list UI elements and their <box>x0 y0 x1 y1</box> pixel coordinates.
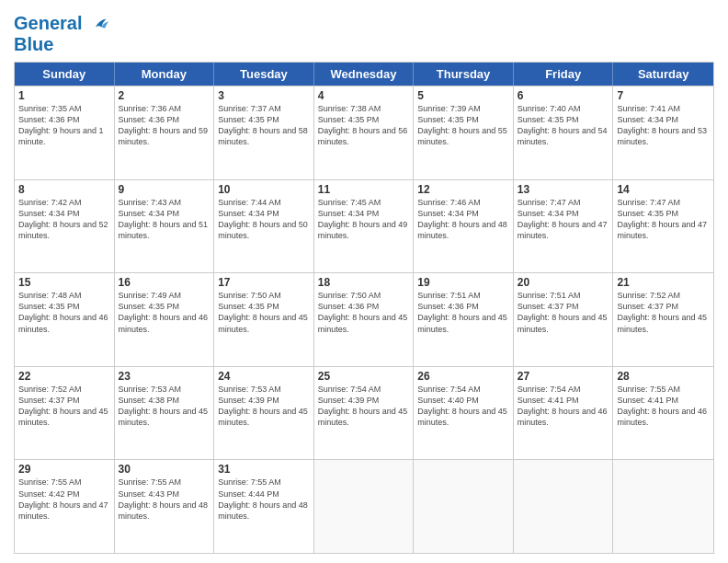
day-number: 25 <box>318 370 410 383</box>
calendar-cell-24: 24 Sunrise: 7:53 AMSunset: 4:39 PMDaylig… <box>214 367 314 460</box>
day-number: 20 <box>518 276 609 289</box>
calendar-cell-23: 23 Sunrise: 7:53 AMSunset: 4:38 PMDaylig… <box>115 367 215 460</box>
cell-info: Sunrise: 7:40 AMSunset: 4:35 PMDaylight:… <box>518 103 609 148</box>
cell-info: Sunrise: 7:54 AMSunset: 4:40 PMDaylight:… <box>417 384 509 429</box>
weekday-header-tuesday: Tuesday <box>214 63 314 86</box>
cell-info: Sunrise: 7:39 AMSunset: 4:35 PMDaylight:… <box>417 103 509 148</box>
day-number: 6 <box>518 89 609 102</box>
cell-info: Sunrise: 7:51 AMSunset: 4:36 PMDaylight:… <box>417 290 509 335</box>
day-number: 29 <box>18 463 110 476</box>
calendar-cell-10: 10 Sunrise: 7:44 AMSunset: 4:34 PMDaylig… <box>214 180 314 273</box>
calendar-cell-17: 17 Sunrise: 7:50 AMSunset: 4:35 PMDaylig… <box>214 273 314 366</box>
day-number: 16 <box>119 276 210 289</box>
cell-info: Sunrise: 7:52 AMSunset: 4:37 PMDaylight:… <box>617 290 710 335</box>
day-number: 27 <box>518 370 609 383</box>
day-number: 24 <box>218 370 310 383</box>
logo-text: General <box>14 13 111 34</box>
calendar-cell-13: 13 Sunrise: 7:47 AMSunset: 4:34 PMDaylig… <box>514 180 614 273</box>
calendar: SundayMondayTuesdayWednesdayThursdayFrid… <box>14 62 714 554</box>
calendar-cell-30: 30 Sunrise: 7:55 AMSunset: 4:43 PMDaylig… <box>115 460 215 553</box>
cell-info: Sunrise: 7:55 AMSunset: 4:42 PMDaylight:… <box>18 477 110 522</box>
calendar-cell-1: 1 Sunrise: 7:35 AMSunset: 4:36 PMDayligh… <box>15 86 115 179</box>
cell-info: Sunrise: 7:55 AMSunset: 4:41 PMDaylight:… <box>617 384 710 429</box>
cell-info: Sunrise: 7:47 AMSunset: 4:35 PMDaylight:… <box>617 197 710 242</box>
logo-blue: Blue <box>14 34 111 54</box>
day-number: 8 <box>18 183 110 196</box>
day-number: 22 <box>18 370 110 383</box>
calendar-cell-empty <box>414 460 514 553</box>
calendar-cell-5: 5 Sunrise: 7:39 AMSunset: 4:35 PMDayligh… <box>414 86 514 179</box>
calendar-cell-empty <box>314 460 415 553</box>
logo: General Blue <box>14 13 111 54</box>
calendar-header: SundayMondayTuesdayWednesdayThursdayFrid… <box>15 63 713 86</box>
day-number: 12 <box>417 183 509 196</box>
day-number: 3 <box>218 89 310 102</box>
day-number: 1 <box>18 89 110 102</box>
cell-info: Sunrise: 7:50 AMSunset: 4:35 PMDaylight:… <box>218 290 310 335</box>
day-number: 11 <box>318 183 410 196</box>
calendar-cell-7: 7 Sunrise: 7:41 AMSunset: 4:34 PMDayligh… <box>613 86 713 179</box>
calendar-cell-28: 28 Sunrise: 7:55 AMSunset: 4:41 PMDaylig… <box>613 367 713 460</box>
weekday-header-monday: Monday <box>115 63 215 86</box>
calendar-cell-20: 20 Sunrise: 7:51 AMSunset: 4:37 PMDaylig… <box>514 273 614 366</box>
calendar-cell-18: 18 Sunrise: 7:50 AMSunset: 4:36 PMDaylig… <box>314 273 415 366</box>
cell-info: Sunrise: 7:45 AMSunset: 4:34 PMDaylight:… <box>318 197 410 242</box>
weekday-header-saturday: Saturday <box>613 63 713 86</box>
calendar-cell-3: 3 Sunrise: 7:37 AMSunset: 4:35 PMDayligh… <box>214 86 314 179</box>
calendar-cell-4: 4 Sunrise: 7:38 AMSunset: 4:35 PMDayligh… <box>314 86 415 179</box>
cell-info: Sunrise: 7:37 AMSunset: 4:35 PMDaylight:… <box>218 103 310 148</box>
calendar-cell-31: 31 Sunrise: 7:55 AMSunset: 4:44 PMDaylig… <box>214 460 314 553</box>
calendar-cell-9: 9 Sunrise: 7:43 AMSunset: 4:34 PMDayligh… <box>115 180 215 273</box>
day-number: 13 <box>518 183 609 196</box>
day-number: 2 <box>119 89 210 102</box>
calendar-cell-26: 26 Sunrise: 7:54 AMSunset: 4:40 PMDaylig… <box>414 367 514 460</box>
calendar-row-1: 1 Sunrise: 7:35 AMSunset: 4:36 PMDayligh… <box>15 86 713 179</box>
calendar-cell-15: 15 Sunrise: 7:48 AMSunset: 4:35 PMDaylig… <box>15 273 115 366</box>
cell-info: Sunrise: 7:55 AMSunset: 4:43 PMDaylight:… <box>119 477 210 522</box>
calendar-cell-empty <box>613 460 713 553</box>
weekday-header-thursday: Thursday <box>414 63 514 86</box>
cell-info: Sunrise: 7:48 AMSunset: 4:35 PMDaylight:… <box>18 290 110 335</box>
day-number: 10 <box>218 183 310 196</box>
calendar-cell-6: 6 Sunrise: 7:40 AMSunset: 4:35 PMDayligh… <box>514 86 614 179</box>
day-number: 9 <box>119 183 210 196</box>
calendar-cell-22: 22 Sunrise: 7:52 AMSunset: 4:37 PMDaylig… <box>15 367 115 460</box>
calendar-cell-29: 29 Sunrise: 7:55 AMSunset: 4:42 PMDaylig… <box>15 460 115 553</box>
logo-bird-icon <box>89 17 111 33</box>
calendar-row-2: 8 Sunrise: 7:42 AMSunset: 4:34 PMDayligh… <box>15 179 713 273</box>
weekday-header-wednesday: Wednesday <box>314 63 415 86</box>
cell-info: Sunrise: 7:51 AMSunset: 4:37 PMDaylight:… <box>518 290 609 335</box>
cell-info: Sunrise: 7:53 AMSunset: 4:39 PMDaylight:… <box>218 384 310 429</box>
cell-info: Sunrise: 7:55 AMSunset: 4:44 PMDaylight:… <box>218 477 310 522</box>
day-number: 19 <box>417 276 509 289</box>
calendar-cell-19: 19 Sunrise: 7:51 AMSunset: 4:36 PMDaylig… <box>414 273 514 366</box>
cell-info: Sunrise: 7:42 AMSunset: 4:34 PMDaylight:… <box>18 197 110 242</box>
weekday-header-friday: Friday <box>514 63 614 86</box>
calendar-row-5: 29 Sunrise: 7:55 AMSunset: 4:42 PMDaylig… <box>15 459 713 553</box>
calendar-cell-21: 21 Sunrise: 7:52 AMSunset: 4:37 PMDaylig… <box>613 273 713 366</box>
day-number: 21 <box>617 276 710 289</box>
page: General Blue SundayMondayTuesdayWednesda… <box>0 0 728 563</box>
day-number: 5 <box>417 89 509 102</box>
cell-info: Sunrise: 7:53 AMSunset: 4:38 PMDaylight:… <box>119 384 210 429</box>
calendar-body: 1 Sunrise: 7:35 AMSunset: 4:36 PMDayligh… <box>15 86 713 553</box>
day-number: 26 <box>417 370 509 383</box>
cell-info: Sunrise: 7:49 AMSunset: 4:35 PMDaylight:… <box>119 290 210 335</box>
day-number: 31 <box>218 463 310 476</box>
day-number: 28 <box>617 370 710 383</box>
calendar-cell-16: 16 Sunrise: 7:49 AMSunset: 4:35 PMDaylig… <box>115 273 215 366</box>
calendar-cell-12: 12 Sunrise: 7:46 AMSunset: 4:34 PMDaylig… <box>414 180 514 273</box>
cell-info: Sunrise: 7:41 AMSunset: 4:34 PMDaylight:… <box>617 103 710 148</box>
day-number: 18 <box>318 276 410 289</box>
calendar-row-4: 22 Sunrise: 7:52 AMSunset: 4:37 PMDaylig… <box>15 366 713 460</box>
day-number: 30 <box>119 463 210 476</box>
cell-info: Sunrise: 7:50 AMSunset: 4:36 PMDaylight:… <box>318 290 410 335</box>
cell-info: Sunrise: 7:36 AMSunset: 4:36 PMDaylight:… <box>119 103 210 148</box>
day-number: 7 <box>617 89 710 102</box>
cell-info: Sunrise: 7:35 AMSunset: 4:36 PMDaylight:… <box>18 103 110 148</box>
calendar-cell-14: 14 Sunrise: 7:47 AMSunset: 4:35 PMDaylig… <box>613 180 713 273</box>
cell-info: Sunrise: 7:44 AMSunset: 4:34 PMDaylight:… <box>218 197 310 242</box>
calendar-cell-25: 25 Sunrise: 7:54 AMSunset: 4:39 PMDaylig… <box>314 367 415 460</box>
day-number: 4 <box>318 89 410 102</box>
header: General Blue <box>14 9 714 54</box>
